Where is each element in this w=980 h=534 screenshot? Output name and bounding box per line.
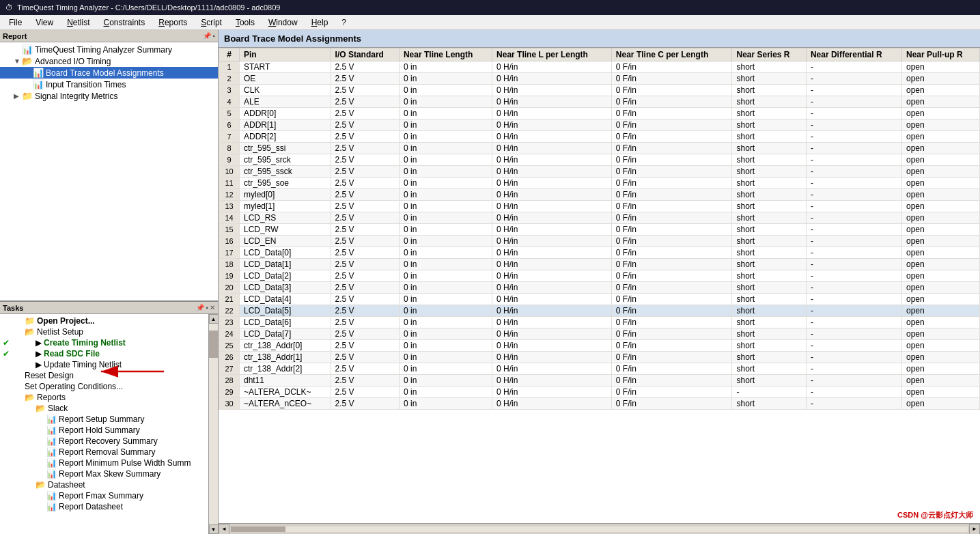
report-header: Board Trace Model Assignments — [219, 30, 980, 48]
tree-item-input-trans[interactable]: 📊 Input Transition Times — [0, 79, 218, 90]
cell-pin: OE — [240, 73, 331, 85]
task-rep-recovery[interactable]: 📊 Report Recovery Summary — [0, 436, 208, 447]
table-row[interactable]: 29 ~ALTERA_DCLK~ 2.5 V 0 in 0 H/in 0 F/i… — [219, 387, 980, 398]
scroll-up-button[interactable]: ▲ — [209, 314, 219, 324]
cell-near-tline-l: 0 H/in — [492, 96, 612, 108]
menu-help[interactable]: Help — [305, 16, 335, 29]
hscroll-thumb[interactable] — [231, 526, 285, 532]
table-row[interactable]: 27 ctr_138_Addr[2] 2.5 V 0 in 0 H/in 0 F… — [219, 363, 980, 375]
table-row[interactable]: 24 LCD_Data[7] 2.5 V 0 in 0 H/in 0 F/in … — [219, 328, 980, 340]
scroll-thumb[interactable] — [209, 331, 218, 358]
cell-near-tline-l: 0 H/in — [492, 178, 612, 189]
cell-near-tline-length: 0 in — [399, 282, 492, 294]
table-row[interactable]: 10 ctr_595_ssck 2.5 V 0 in 0 H/in 0 F/in… — [219, 166, 980, 178]
horizontal-scrollbar[interactable]: ◄ ► — [219, 523, 980, 534]
task-rep-fmax[interactable]: 📊 Report Fmax Summary — [0, 490, 208, 501]
task-reset-design[interactable]: Reset Design — [0, 370, 208, 381]
task-open-project[interactable]: 📁 Open Project... — [0, 315, 208, 326]
task-slack[interactable]: 📂 Slack — [0, 403, 208, 414]
folder-icon: 📁 — [22, 91, 33, 101]
cell-near-tline-l: 0 H/in — [492, 282, 612, 294]
table-row[interactable]: 11 ctr_595_soe 2.5 V 0 in 0 H/in 0 F/in … — [219, 178, 980, 189]
table-row[interactable]: 8 ctr_595_ssi 2.5 V 0 in 0 H/in 0 F/in s… — [219, 143, 980, 154]
table-row[interactable]: 20 LCD_Data[3] 2.5 V 0 in 0 H/in 0 F/in … — [219, 282, 980, 294]
close-icon[interactable]: ✕ — [210, 304, 215, 311]
pin-icon[interactable]: 📌 — [203, 32, 211, 40]
table-row[interactable]: 22 LCD_Data[5] 2.5 V 0 in 0 H/in 0 F/in … — [219, 305, 980, 317]
cell-num: 23 — [219, 317, 240, 328]
table-row[interactable]: 13 myled[1] 2.5 V 0 in 0 H/in 0 F/in sho… — [219, 201, 980, 212]
task-rep-hold[interactable]: 📊 Report Hold Summary — [0, 425, 208, 436]
cell-num: 29 — [219, 387, 240, 398]
menu-question[interactable]: ? — [335, 16, 352, 29]
task-rep-removal[interactable]: 📊 Report Removal Summary — [0, 447, 208, 458]
tree-item-board-trace[interactable]: 📊 Board Trace Model Assignments — [0, 67, 218, 79]
table-row[interactable]: 19 LCD_Data[2] 2.5 V 0 in 0 H/in 0 F/in … — [219, 270, 980, 282]
table-row[interactable]: 15 LCD_RW 2.5 V 0 in 0 H/in 0 F/in short… — [219, 224, 980, 236]
minimize-icon[interactable]: ▪ — [212, 32, 215, 40]
table-row[interactable]: 9 ctr_595_srck 2.5 V 0 in 0 H/in 0 F/in … — [219, 154, 980, 166]
task-datasheet[interactable]: 📂 Datasheet — [0, 479, 208, 490]
cell-near-tline-c: 0 F/in — [611, 236, 732, 247]
task-reports[interactable]: 📂 Reports — [0, 392, 208, 403]
cell-near-diff-r: - — [806, 328, 901, 340]
table-row[interactable]: 25 ctr_138_Addr[0] 2.5 V 0 in 0 H/in 0 F… — [219, 340, 980, 352]
table-row[interactable]: 16 LCD_EN 2.5 V 0 in 0 H/in 0 F/in short… — [219, 236, 980, 247]
task-create-timing[interactable]: ✔ ▶ Create Timing Netlist — [0, 337, 208, 348]
scroll-left-button[interactable]: ◄ — [219, 524, 229, 535]
table-row[interactable]: 12 myled[0] 2.5 V 0 in 0 H/in 0 F/in sho… — [219, 189, 980, 201]
menu-file[interactable]: File — [3, 16, 28, 29]
cell-near-tline-length: 0 in — [399, 178, 492, 189]
table-area[interactable]: # Pin I/O Standard Near Tline Length Nea… — [219, 48, 980, 523]
cell-pin: ctr_138_Addr[1] — [240, 352, 331, 363]
task-rep-min-pulse[interactable]: 📊 Report Minimum Pulse Width Summ — [0, 458, 208, 468]
table-row[interactable]: 18 LCD_Data[1] 2.5 V 0 in 0 H/in 0 F/in … — [219, 259, 980, 270]
table-row[interactable]: 26 ctr_138_Addr[1] 2.5 V 0 in 0 H/in 0 F… — [219, 352, 980, 363]
task-read-sdc[interactable]: ✔ ▶ Read SDC File — [0, 348, 208, 359]
table-row[interactable]: 5 ADDR[0] 2.5 V 0 in 0 H/in 0 F/in short… — [219, 108, 980, 120]
menu-tools[interactable]: Tools — [229, 16, 261, 29]
pin-icon[interactable]: 📌 — [196, 304, 204, 311]
table-row[interactable]: 23 LCD_Data[6] 2.5 V 0 in 0 H/in 0 F/in … — [219, 317, 980, 328]
menu-reports[interactable]: Reports — [152, 16, 193, 29]
menu-view[interactable]: View — [29, 16, 59, 29]
table-row[interactable]: 30 ~ALTERA_nCEO~ 2.5 V 0 in 0 H/in 0 F/i… — [219, 398, 980, 410]
tasks-scrollbar[interactable]: ▲ ▼ — [208, 314, 218, 534]
task-update-timing[interactable]: ▶ Update Timing Netlist — [0, 359, 208, 370]
tree-item-adv-io[interactable]: ▼ 📂 Advanced I/O Timing — [0, 55, 218, 67]
cell-near-tline-length: 0 in — [399, 352, 492, 363]
table-row[interactable]: 28 dht11 2.5 V 0 in 0 H/in 0 F/in short … — [219, 375, 980, 387]
cell-near-pullup-r: open — [902, 201, 980, 212]
menu-script[interactable]: Script — [195, 16, 228, 29]
menu-netlist[interactable]: Netlist — [61, 16, 96, 29]
scroll-down-button[interactable]: ▼ — [209, 524, 219, 534]
cell-near-tline-l: 0 H/in — [492, 270, 612, 282]
table-row[interactable]: 2 OE 2.5 V 0 in 0 H/in 0 F/in short - op… — [219, 73, 980, 85]
tree-item-tqa-summary[interactable]: 📊 TimeQuest Timing Analyzer Summary — [0, 44, 218, 55]
cell-near-tline-l: 0 H/in — [492, 236, 612, 247]
scroll-right-button[interactable]: ► — [969, 524, 980, 535]
task-set-op-cond[interactable]: Set Operating Conditions... — [0, 381, 208, 392]
task-rep-datasheet[interactable]: 📊 Report Datasheet — [0, 501, 208, 512]
tree-item-sig-integrity[interactable]: ▶ 📁 Signal Integrity Metrics — [0, 90, 218, 102]
report-icon: 📊 — [46, 491, 57, 501]
task-rep-max-skew[interactable]: 📊 Report Max Skew Summary — [0, 468, 208, 479]
minimize-icon[interactable]: ▪ — [206, 304, 208, 311]
table-row[interactable]: 7 ADDR[2] 2.5 V 0 in 0 H/in 0 F/in short… — [219, 131, 980, 143]
task-rep-setup[interactable]: 📊 Report Setup Summary — [0, 414, 208, 425]
table-row[interactable]: 6 ADDR[1] 2.5 V 0 in 0 H/in 0 F/in short… — [219, 120, 980, 131]
cell-near-diff-r: - — [806, 131, 901, 143]
cell-pin: ctr_595_ssck — [240, 166, 331, 178]
table-row[interactable]: 14 LCD_RS 2.5 V 0 in 0 H/in 0 F/in short… — [219, 212, 980, 224]
task-netlist-setup[interactable]: 📂 Netlist Setup — [0, 326, 208, 337]
table-row[interactable]: 1 START 2.5 V 0 in 0 H/in 0 F/in short -… — [219, 61, 980, 73]
table-row[interactable]: 21 LCD_Data[4] 2.5 V 0 in 0 H/in 0 F/in … — [219, 294, 980, 305]
table-row[interactable]: 3 CLK 2.5 V 0 in 0 H/in 0 F/in short - o… — [219, 85, 980, 96]
table-row[interactable]: 17 LCD_Data[0] 2.5 V 0 in 0 H/in 0 F/in … — [219, 247, 980, 259]
cell-near-tline-l: 0 H/in — [492, 212, 612, 224]
table-row[interactable]: 4 ALE 2.5 V 0 in 0 H/in 0 F/in short - o… — [219, 96, 980, 108]
cell-num: 24 — [219, 328, 240, 340]
report-icon: 📊 — [22, 44, 33, 55]
menu-constraints[interactable]: Constraints — [98, 16, 152, 29]
menu-window[interactable]: Window — [262, 16, 304, 29]
